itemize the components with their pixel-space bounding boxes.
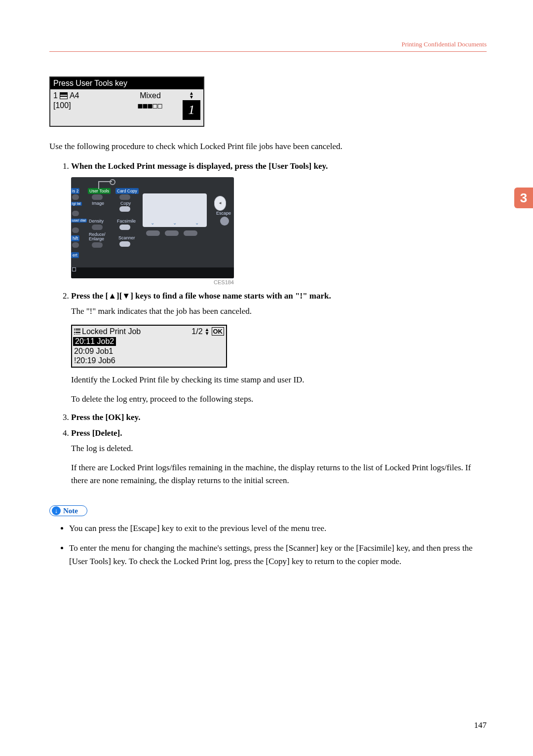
lcd2-row: 20:09 Job1 xyxy=(73,347,225,356)
step3-heading: Press the [OK] key. xyxy=(71,413,140,422)
escape-key xyxy=(220,217,229,226)
running-header: Printing Confidential Documents xyxy=(49,40,487,52)
panel-lcd-screen: ⌄ ⌄ ⌄ xyxy=(143,193,207,227)
lcd2-page: 1/2 xyxy=(191,327,202,336)
step-3: Press the [OK] key. xyxy=(71,413,487,422)
note-icon: ↓ xyxy=(52,506,61,515)
ok-box-icon: OK xyxy=(212,327,225,336)
updown-arrow-icon: ▲▼ xyxy=(189,91,194,99)
step-4: Press [Delete]. The log is deleted. If t… xyxy=(71,428,487,487)
soft-key xyxy=(184,230,197,236)
lcd2-row: !20:19 Job6 xyxy=(73,356,225,365)
note-label: Note xyxy=(63,507,78,515)
step2-p1: The "!" mark indicates that the job has … xyxy=(71,305,487,318)
step2-heading: Press the [▲][▼] keys to find a file who… xyxy=(71,291,331,301)
step4-p2: If there are Locked Print logs/files rem… xyxy=(71,461,487,487)
step1-heading: When the Locked Print message is display… xyxy=(71,161,328,171)
scroll-control xyxy=(214,196,226,211)
panel-cut-label: ert xyxy=(71,252,79,258)
card-copy-label: Card Copy xyxy=(115,188,139,194)
facsimile-label: Facsimile xyxy=(117,219,136,224)
lcd1-paper-size: A4 xyxy=(70,91,79,100)
soft-key xyxy=(146,230,160,236)
intro-paragraph: Use the following procedure to check whi… xyxy=(49,142,487,151)
copy-label: Copy xyxy=(120,201,131,206)
step-1: When the Locked Print message is display… xyxy=(71,161,487,285)
step2-p2: Identify the Locked Print file by checki… xyxy=(71,374,487,386)
note-badge: ↓ Note xyxy=(49,505,87,516)
step4-heading: Press [Delete]. xyxy=(71,428,122,438)
escape-label: Escape xyxy=(216,211,231,216)
lcd-press-user-tools: Press User Tools key 1 A4 [100] Mixed ■■… xyxy=(49,76,204,127)
scanner-label: Scanner xyxy=(118,235,135,240)
lcd1-mixed-label: Mixed xyxy=(140,91,161,100)
updown-arrow-icon: ▲▼ xyxy=(205,328,210,336)
step-2: Press the [▲][▼] keys to find a file who… xyxy=(71,291,487,406)
lcd1-copies: [100] xyxy=(53,101,118,110)
panel-cut-label: igi tal xyxy=(71,202,82,206)
lcd1-density-blocks: ■■■□□ xyxy=(118,101,183,110)
control-panel-figure: is 2 igi tal use/ dial hift ert User Too… xyxy=(71,177,234,278)
lcd-locked-print: Locked Print Job 1/2 ▲▼ OK 20:11 Job2 20… xyxy=(71,325,227,368)
chevron-down-icon: ⌄ xyxy=(195,220,199,226)
lcd1-tray-num: 1 xyxy=(53,91,58,100)
lcd2-title: Locked Print Job xyxy=(82,327,141,336)
note-item: You can press the [Escape] key to exit t… xyxy=(69,522,487,535)
panel-cut-label: is 2 xyxy=(71,188,79,194)
lcd1-big-one: 1 xyxy=(183,100,200,120)
note-item: To enter the menu for changing the machi… xyxy=(69,542,487,568)
list-icon xyxy=(74,329,80,335)
step2-p3: To delete the log entry, proceed to the … xyxy=(71,393,487,406)
soft-key xyxy=(165,230,179,236)
chevron-down-icon: ⌄ xyxy=(151,220,154,226)
reduce-enlarge-label: Reduce/ Enlarge xyxy=(89,232,106,241)
density-label: Density xyxy=(89,219,104,224)
step4-p1: The log is deleted. xyxy=(71,442,487,455)
panel-cut-label: use/ dial xyxy=(71,219,87,223)
lcd1-title: Press User Tools key xyxy=(50,77,203,89)
chevron-down-icon: ⌄ xyxy=(173,220,177,226)
panel-cut-label: hift xyxy=(71,235,79,241)
figure-ref-code: CES184 xyxy=(71,279,234,285)
tray-icon xyxy=(60,92,68,99)
page-number: 147 xyxy=(474,720,487,730)
image-label: Image xyxy=(92,201,104,206)
lcd2-row-selected: 20:11 Job2 xyxy=(73,337,116,346)
